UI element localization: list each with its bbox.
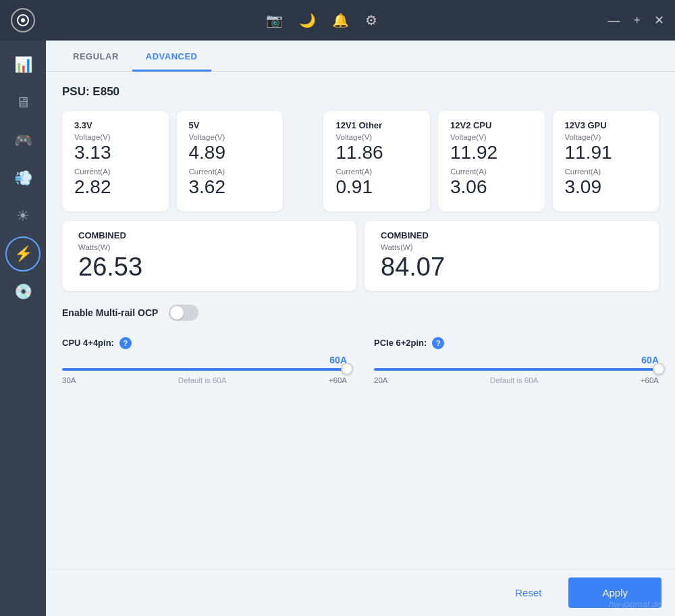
content-area: PSU: E850 3.3V Voltage(V) 3.13 Current(A… [46,72,675,569]
cpu-slider-name: CPU 4+4pin: [62,338,114,348]
cpu-slider-default: Default is 60A [178,376,227,384]
card-5v-title: 5V [189,120,271,130]
card-5v: 5V Voltage(V) 4.89 Current(A) 3.62 [177,111,284,211]
cpu-slider-value: 60A [62,355,347,365]
card-3v3: 3.3V Voltage(V) 3.13 Current(A) 2.82 [62,111,169,211]
cpu-slider-track [62,368,347,371]
card-12v2: 12V2 CPU Voltage(V) 11.92 Current(A) 3.0… [438,111,545,211]
pcie-slider-fill [374,368,659,371]
card-12v2-title: 12V2 CPU [450,120,533,130]
card-12v3-title: 12V3 GPU [565,120,647,130]
camera-icon[interactable]: 📷 [266,12,283,28]
tab-regular[interactable]: REGULAR [59,41,132,72]
psu-title: PSU: E850 [62,85,659,99]
pcie-slider-value: 60A [374,355,659,365]
sidebar-item-power[interactable]: ⚡ [5,236,40,272]
sidebar-item-brightness[interactable]: ☀ [5,199,40,234]
sidebar-item-storage[interactable]: 💿 [5,274,40,309]
apply-button[interactable]: Apply [568,578,662,608]
card-12v3-current-label: Current(A) [565,168,647,176]
card-12v2-voltage-value: 11.92 [450,143,533,163]
app-logo [11,8,35,32]
pcie-slider-header: PCIe 6+2pin: ? [374,337,659,349]
card-3v3-voltage-value: 3.13 [74,143,157,163]
card-3v3-current-label: Current(A) [74,168,157,176]
sidebar: 📊 🖥 🎮 💨 ☀ ⚡ 💿 [0,41,46,616]
pcie-slider-min: 20A [374,376,387,384]
combined-card-1: COMBINED Watts(W) 26.53 [62,221,356,291]
card-12v1-current-value: 0.91 [335,177,418,198]
cpu-slider-fill [62,368,347,371]
cpu-slider-labels: 30A Default is 60A +60A [62,376,347,384]
combined-cards-row: COMBINED Watts(W) 26.53 COMBINED Watts(W… [62,221,659,291]
pcie-slider-thumb[interactable] [653,363,665,375]
gear-icon[interactable]: ⚙ [365,12,377,28]
card-12v3-voltage-value: 11.91 [565,143,647,163]
card-12v3: 12V3 GPU Voltage(V) 11.91 Current(A) 3.0… [553,111,659,211]
pcie-info-icon[interactable]: ? [432,337,444,349]
maximize-button[interactable]: + [633,14,641,28]
close-button[interactable]: ✕ [654,13,664,28]
reset-button[interactable]: Reset [488,578,568,608]
moon-icon[interactable]: 🌙 [299,12,316,28]
combined-1-title: COMBINED [78,230,340,240]
svg-point-1 [21,18,25,22]
bell-icon[interactable]: 🔔 [332,12,349,28]
card-3v3-current-value: 2.82 [74,177,157,198]
bottom-bar: Reset Apply [46,569,675,616]
cpu-slider-max: +60A [329,376,347,384]
titlebar-icons: 📷 🌙 🔔 ⚙ [266,12,377,28]
cpu-info-icon[interactable]: ? [119,337,132,349]
cpu-slider-header: CPU 4+4pin: ? [62,337,347,349]
minimize-button[interactable]: — [608,14,620,28]
sidebar-item-monitor[interactable]: 🖥 [5,85,40,120]
card-12v2-voltage-label: Voltage(V) [450,133,533,141]
sidebar-item-gamepad[interactable]: 🎮 [5,123,40,158]
tab-bar: REGULAR ADVANCED [46,41,675,72]
pcie-slider-group: PCIe 6+2pin: ? 60A 20A Default is 60A +6… [374,337,659,384]
pcie-slider-name: PCIe 6+2pin: [374,338,427,348]
voltage-cards-row: 3.3V Voltage(V) 3.13 Current(A) 2.82 5V … [62,111,659,211]
card-12v1-voltage-label: Voltage(V) [335,133,418,141]
card-5v-voltage-label: Voltage(V) [189,133,271,141]
card-3v3-title: 3.3V [74,120,157,130]
pcie-slider-max: +60A [641,376,659,384]
titlebar-controls: — + ✕ [608,13,664,28]
card-12v1-title: 12V1 Other [335,120,418,130]
combined-1-watts-label: Watts(W) [78,243,340,251]
toggle-knob [170,306,184,319]
pcie-slider-default: Default is 60A [490,376,539,384]
combined-1-watts-value: 26.53 [78,253,340,282]
tab-advanced[interactable]: ADVANCED [132,41,211,72]
sidebar-item-fan[interactable]: 💨 [5,161,40,196]
sidebar-item-dashboard[interactable]: 📊 [5,47,40,82]
pcie-slider-track [374,368,659,371]
card-5v-voltage-value: 4.89 [189,143,271,163]
card-12v1: 12V1 Other Voltage(V) 11.86 Current(A) 0… [323,111,430,211]
titlebar: 📷 🌙 🔔 ⚙ — + ✕ [0,0,675,41]
cpu-slider-group: CPU 4+4pin: ? 60A 30A Default is 60A +60… [62,337,347,384]
card-12v1-current-label: Current(A) [335,168,418,176]
sliders-row: CPU 4+4pin: ? 60A 30A Default is 60A +60… [62,337,659,384]
combined-2-watts-label: Watts(W) [381,243,643,251]
pcie-slider-labels: 20A Default is 60A +60A [374,376,659,384]
card-3v3-voltage-label: Voltage(V) [74,133,157,141]
card-5v-current-value: 3.62 [189,177,271,198]
multi-rail-ocp-toggle[interactable] [169,305,198,321]
cpu-slider-thumb[interactable] [341,363,353,375]
combined-2-watts-value: 84.07 [381,253,643,282]
card-5v-current-label: Current(A) [189,168,271,176]
card-12v3-voltage-label: Voltage(V) [565,133,647,141]
combined-card-2: COMBINED Watts(W) 84.07 [364,221,659,291]
card-12v2-current-value: 3.06 [450,177,533,198]
toggle-label: Enable Multi-rail OCP [62,307,158,318]
toggle-section: Enable Multi-rail OCP [62,305,659,321]
cpu-slider-min: 30A [62,376,76,384]
main-panel: REGULAR ADVANCED PSU: E850 3.3V Voltage(… [46,41,675,616]
combined-2-title: COMBINED [381,230,643,240]
card-12v1-voltage-value: 11.86 [335,143,418,163]
card-12v2-current-label: Current(A) [450,168,533,176]
card-12v3-current-value: 3.09 [565,177,647,198]
